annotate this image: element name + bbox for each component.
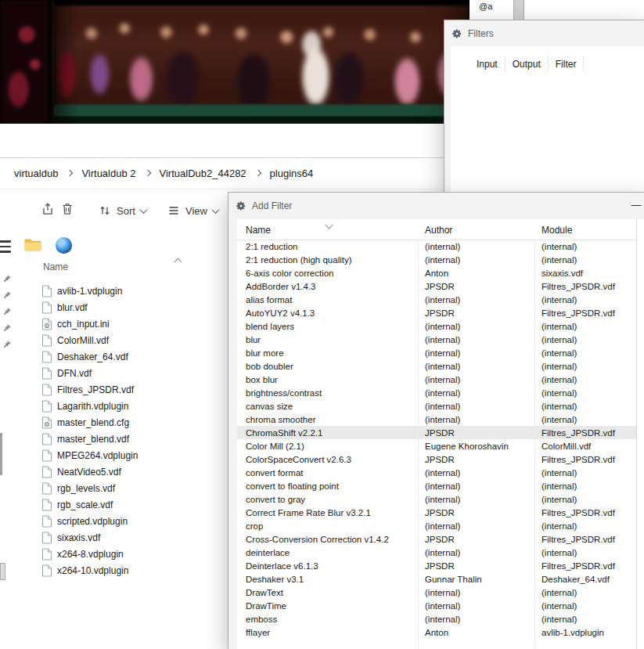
file-item[interactable]: blur.vdf — [0, 299, 227, 315]
background-scrollbar[interactable] — [513, 0, 524, 21]
add-filter-titlebar[interactable]: Add Filter — — [228, 193, 644, 218]
file-item[interactable]: x264-10.vdplugin — [0, 562, 227, 579]
filter-row[interactable]: brightness/contrast(internal)(internal) — [237, 386, 636, 399]
background-window-fragment: @a — [470, 0, 644, 22]
file-item[interactable]: rgb_scale.vdf — [0, 496, 227, 513]
file-item[interactable]: x264-8.vdplugin — [0, 546, 227, 562]
filter-row[interactable]: fflayerAntonavlib-1.vdplugin — [237, 626, 636, 639]
filter-row[interactable]: 2:1 reduction(internal)(internal) — [237, 240, 636, 253]
column-header-module[interactable]: Module — [534, 219, 636, 240]
filters-column-output[interactable]: Output — [505, 57, 549, 71]
file-item[interactable]: Deshaker_64.vdf — [0, 348, 227, 365]
filter-row[interactable]: box blur(internal)(internal) — [237, 373, 636, 386]
filter-row[interactable]: chroma smoother(internal)(internal) — [237, 413, 636, 426]
file-item[interactable]: Filtres_JPSDR.vdf — [0, 381, 227, 398]
pin-icon — [2, 322, 12, 331]
file-item[interactable]: avlib-1.vdplugin — [0, 283, 227, 299]
filters-list: InputOutputFilter — [451, 46, 644, 193]
file-item[interactable]: master_blend.cfg — [0, 414, 227, 431]
breadcrumb-item[interactable]: Virtualdub 2 — [81, 168, 135, 179]
filter-cell-module: (internal) — [534, 481, 636, 491]
filter-row[interactable]: canvas size(internal)(internal) — [237, 399, 636, 413]
file-item[interactable]: scripted.vdplugin — [0, 513, 227, 529]
filter-row[interactable]: blend layers(internal)(internal) — [237, 319, 636, 333]
scrollbar-thumb[interactable] — [0, 433, 2, 475]
filter-row[interactable]: ChromaShift v2.2.1JPSDRFiltres_JPSDR.vdf — [237, 426, 636, 439]
filter-cell-module: Filtres_JPSDR.vdf — [534, 282, 636, 291]
folder-icon[interactable] — [24, 237, 41, 254]
filter-cell-module: Filtres_JPSDR.vdf — [534, 561, 636, 571]
filters-columns: InputOutputFilter — [470, 57, 584, 71]
file-name: NeatVideo5.vdf — [57, 467, 121, 478]
filter-row[interactable]: Deinterlace v6.1.3JPSDRFiltres_JPSDR.vdf — [237, 559, 636, 572]
filter-row[interactable]: convert to gray(internal)(internal) — [237, 492, 636, 506]
filter-row[interactable]: crop(internal)(internal) — [237, 519, 636, 532]
filter-row[interactable]: AddBorder v1.4.3JPSDRFiltres_JPSDR.vdf — [237, 279, 636, 293]
file-item[interactable]: master_blend.vdf — [0, 431, 227, 447]
breadcrumb-chevron-icon[interactable] — [144, 170, 150, 176]
delete-icon[interactable] — [60, 202, 76, 218]
minimize-icon[interactable]: — — [629, 199, 643, 211]
filter-row[interactable]: Deshaker v3.1Gunnar ThalinDeshaker_64.vd… — [237, 572, 636, 586]
filter-row[interactable]: 6-axis color correctionAntonsixaxis.vdf — [237, 266, 636, 279]
file-item[interactable]: rgb_levels.vdf — [0, 480, 227, 496]
filter-cell-name: 2:1 reduction (high quality) — [237, 255, 418, 265]
file-item[interactable]: cch_input.ini — [0, 315, 227, 332]
breadcrumb-item[interactable]: plugins64 — [270, 168, 314, 179]
file-item[interactable]: Lagarith.vdplugin — [0, 398, 227, 414]
filter-row[interactable]: blur(internal)(internal) — [237, 333, 636, 346]
document-file-icon — [41, 285, 52, 297]
filter-row[interactable]: alias format(internal)(internal) — [237, 293, 636, 306]
filter-row[interactable]: convert to floating point(internal)(inte… — [237, 479, 636, 492]
filter-row[interactable]: DrawText(internal)(internal) — [237, 586, 636, 599]
filters-title: Filters — [468, 28, 494, 39]
file-item[interactable]: DFN.vdf — [0, 365, 227, 381]
filter-row[interactable]: Correct Frame Rate Blur v3.2.1JPSDRFiltr… — [237, 506, 636, 519]
filter-row[interactable]: bob doubler(internal)(internal) — [237, 359, 636, 373]
filter-cell-name: ColorSpaceConvert v2.6.3 — [237, 455, 418, 464]
view-button[interactable]: View — [163, 200, 223, 221]
filter-row[interactable]: ColorSpaceConvert v2.6.3JPSDRFiltres_JPS… — [237, 452, 636, 466]
filter-row[interactable]: 2:1 reduction (high quality)(internal)(i… — [237, 253, 636, 266]
filter-row[interactable]: AutoYUY2 v4.1.3JPSDRFiltres_JPSDR.vdf — [237, 306, 636, 319]
filters-titlebar[interactable]: Filters — [444, 20, 644, 46]
filter-cell-author: JPSDR — [418, 508, 534, 517]
file-item[interactable]: MPEG264.vdplugin — [0, 447, 227, 463]
filter-row[interactable]: Color Mill (2.1)Eugene KhoroshavinColorM… — [237, 439, 636, 452]
scrollbar-fragment[interactable] — [0, 563, 5, 580]
filter-cell-author: (internal) — [418, 495, 534, 504]
filters-column-input[interactable]: Input — [470, 57, 505, 71]
sort-button[interactable]: Sort — [94, 200, 151, 221]
document-file-icon — [41, 466, 52, 478]
filter-row[interactable]: DrawTime(internal)(internal) — [237, 599, 636, 612]
filter-listview: Name Author Module 2:1 reduction(interna… — [237, 219, 644, 649]
filter-cell-author: (internal) — [418, 375, 534, 384]
breadcrumb-bar: virtualdubVirtualdub 2VirtualDub2_44282p… — [0, 157, 470, 189]
share-icon[interactable] — [41, 202, 56, 218]
filter-row[interactable]: blur more(internal)(internal) — [237, 346, 636, 359]
filter-cell-name: DrawText — [237, 588, 418, 597]
breadcrumb-item[interactable]: VirtualDub2_44282 — [160, 168, 246, 179]
column-header-author[interactable]: Author — [418, 219, 534, 240]
file-item[interactable]: sixaxis.vdf — [0, 529, 227, 546]
filters-column-filter[interactable]: Filter — [549, 57, 585, 71]
menu-icon[interactable] — [0, 237, 11, 254]
document-file-icon — [41, 384, 52, 396]
filter-cell-author: (internal) — [418, 481, 534, 491]
filter-cell-name: convert to gray — [237, 495, 418, 504]
filter-row[interactable]: emboss(internal)(internal) — [237, 612, 636, 626]
file-name: x264-10.vdplugin — [57, 565, 128, 576]
file-item[interactable]: ColorMill.vdf — [0, 332, 227, 348]
filter-row[interactable]: Cross-Conversion Correction v1.4.2JPSDRF… — [237, 532, 636, 546]
file-list-header[interactable]: Name — [43, 261, 68, 272]
file-item[interactable]: NeatVideo5.vdf — [0, 463, 227, 480]
filter-cell-module: (internal) — [534, 521, 636, 531]
globe-icon[interactable] — [56, 237, 72, 254]
filter-row[interactable]: deinterlace(internal)(internal) — [237, 546, 636, 559]
filter-cell-module: (internal) — [534, 588, 636, 597]
document-file-icon — [41, 301, 52, 314]
breadcrumb-item[interactable]: virtualdub — [14, 168, 58, 179]
filter-row[interactable]: convert format(internal)(internal) — [237, 466, 636, 479]
breadcrumb-chevron-icon[interactable] — [254, 170, 261, 176]
breadcrumb-chevron-icon[interactable] — [67, 170, 73, 176]
